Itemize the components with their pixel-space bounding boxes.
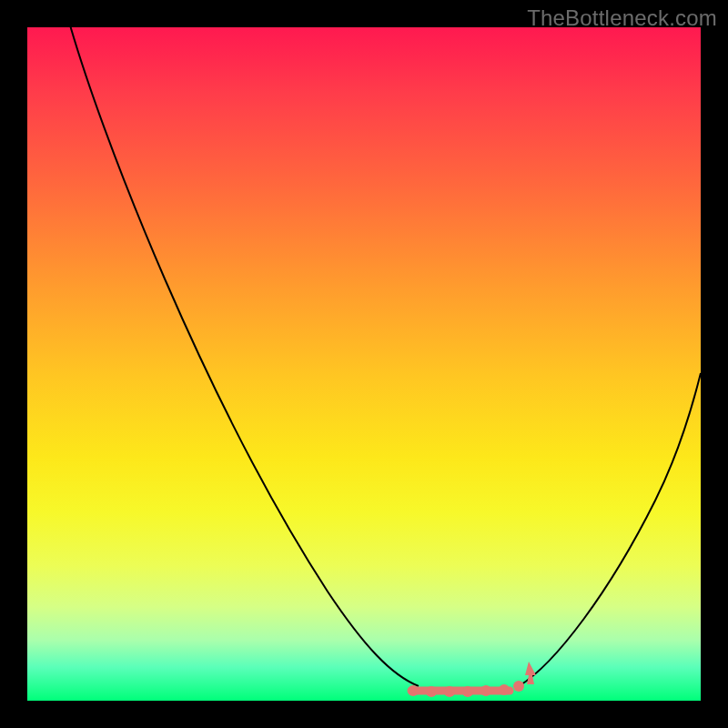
optimal-range-dot	[444, 686, 455, 697]
curve-left-limb	[66, 27, 419, 686]
curve-right-limb	[519, 373, 701, 686]
optimal-range-dot	[499, 684, 510, 695]
optimal-range-dot	[408, 685, 419, 696]
optimal-range-dot	[513, 681, 524, 692]
optimal-range-dot	[480, 685, 491, 696]
curve-svg	[27, 27, 701, 701]
optimal-range-dot	[426, 686, 437, 697]
chart-frame: TheBottleneck.com	[0, 0, 728, 728]
optimal-range-dot	[462, 686, 473, 697]
plot-area	[27, 27, 701, 701]
